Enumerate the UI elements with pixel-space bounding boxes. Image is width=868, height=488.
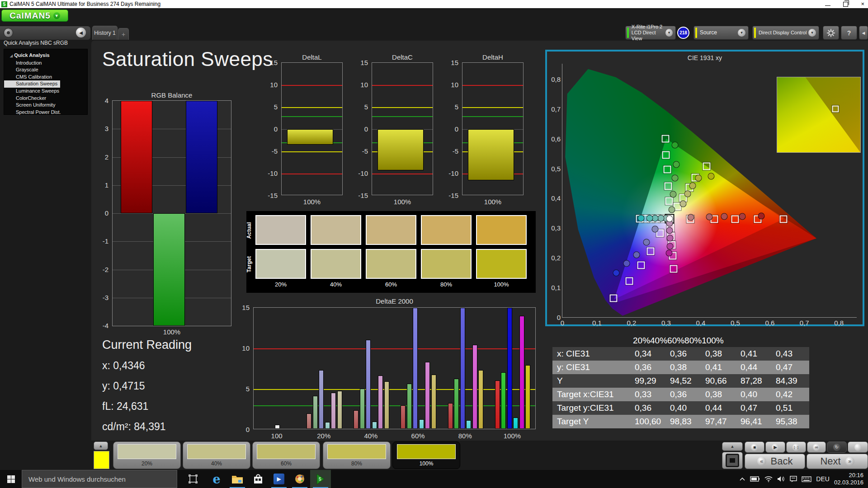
cie-xtick: 0	[561, 319, 564, 327]
measured-marker-blue	[613, 269, 620, 276]
sidebar-collapse-icon[interactable]: ◀	[76, 28, 86, 38]
sidebar-item-spectral-power-dist-[interactable]: Spectral Power Dist.	[4, 109, 87, 116]
pattern-button-20%[interactable]: 20%	[113, 441, 181, 469]
taskbar-store-button[interactable]	[248, 470, 269, 488]
cie-xtick: 0,2	[627, 319, 637, 327]
display-control-dropdown[interactable]: Direct Display Control ▼	[752, 26, 819, 40]
blank-button[interactable]	[848, 441, 868, 453]
table-cell: 0,36	[668, 389, 703, 399]
settings-button[interactable]	[823, 26, 839, 40]
rgb-ytick: -1	[90, 237, 108, 245]
taskbar-media-button[interactable]: ▶	[269, 470, 289, 488]
pattern-window-expand-button[interactable]: ▲	[722, 442, 743, 451]
sidebar-item-introduction[interactable]: Introduction	[4, 60, 87, 67]
language-indicator[interactable]: DEU	[816, 475, 830, 483]
play-button[interactable]: ▶	[765, 441, 785, 453]
swatch-col-label: 80%	[440, 281, 452, 288]
measure-series-button[interactable]: [··]	[786, 441, 806, 453]
swatch-col-label: 40%	[330, 281, 342, 288]
pattern-button-60%[interactable]: 60%	[252, 441, 320, 469]
deltae-bar	[337, 391, 342, 429]
sidebar-item-saturation-sweeps[interactable]: Saturation Sweeps	[4, 80, 60, 88]
continuous-measure-button[interactable]: ∞	[807, 441, 826, 453]
tray-chevron-icon[interactable]	[739, 477, 745, 481]
taskbar-edge-button[interactable]: e	[206, 470, 227, 488]
target-marker-blue	[647, 247, 655, 255]
delta-title-deltac: DeltaC	[372, 53, 433, 61]
pattern-collapse-button[interactable]: ▲	[94, 441, 108, 450]
help-button[interactable]: ?	[841, 26, 857, 40]
pattern-button-40%[interactable]: 40%	[183, 441, 250, 469]
rgb-ytick: 3	[90, 125, 108, 132]
clock[interactable]: 20:16 02.03.2016	[834, 472, 863, 486]
cie-x-axis	[562, 317, 857, 318]
pattern-button-100%[interactable]: 100%	[392, 441, 460, 469]
pattern-button-80%[interactable]: 80%	[323, 441, 391, 469]
sidebar-item-cms-calibration[interactable]: CMS Calibration	[4, 74, 87, 81]
cie-xtick: 0,8	[834, 319, 844, 327]
chevron-down-icon: ▼	[665, 29, 673, 37]
target-swatch-40%	[311, 249, 361, 279]
deltae-bar	[431, 375, 436, 429]
rgb-ytick: -3	[90, 293, 108, 301]
panel-collapse-button[interactable]: ◀	[859, 26, 868, 40]
delta-ytick: 0	[350, 125, 368, 133]
back-label: Back	[771, 455, 793, 467]
meter-dropdown[interactable]: X-Rite i1Pro 2 LCD Direct View ▼	[625, 26, 676, 40]
deltae-bar	[360, 389, 365, 429]
record-button[interactable]	[4, 28, 13, 38]
cie-ytick: 0,6	[542, 135, 561, 142]
deltae-xlabel: 100	[271, 432, 283, 440]
clock-date: 02.03.2016	[834, 479, 863, 486]
back-button[interactable]: « Back	[745, 454, 805, 469]
table-cell: 0,41	[703, 362, 739, 372]
measured-marker-cyan	[646, 215, 653, 222]
deltae-xlabel: 60%	[411, 432, 425, 440]
measured-marker-yellow	[708, 173, 714, 179]
cie-xtick: 0,4	[696, 319, 705, 327]
next-button[interactable]: Next »	[807, 454, 868, 469]
table-cell: 0,33	[633, 389, 668, 399]
window-title: CalMAN 5 CalMAN Ultimate for Business 27…	[9, 1, 160, 7]
sidebar-item-screen-uniformity[interactable]: Screen Uniformity	[4, 102, 87, 109]
pattern-window-button[interactable]	[722, 452, 743, 469]
inset-target-marker	[832, 105, 839, 112]
store-bag-icon	[253, 474, 263, 484]
tab-add[interactable]: +	[118, 28, 129, 40]
minimize-icon[interactable]	[825, 3, 830, 6]
measured-marker-blue	[651, 225, 658, 232]
speaker-icon[interactable]	[777, 476, 785, 482]
meter-count-badge[interactable]: 218	[677, 27, 689, 39]
sidebar-item-quick-analysis[interactable]: ◢Quick Analysis	[4, 52, 87, 60]
refresh-button[interactable]: ↻	[827, 441, 847, 453]
source-dropdown[interactable]: Source ▼	[693, 26, 749, 40]
sidebar-item-grayscale[interactable]: Grayscale	[4, 66, 87, 74]
action-center-icon[interactable]	[790, 476, 797, 482]
measured-marker-magenta	[666, 235, 673, 242]
wifi-icon[interactable]	[764, 476, 773, 482]
chevron-down-icon: ▼	[808, 29, 816, 37]
close-icon[interactable]: ×	[861, 0, 864, 8]
sidebar-item-luminance-sweeps[interactable]: Luminance Sweeps	[4, 88, 87, 95]
battery-icon[interactable]	[750, 476, 760, 482]
rgb-balance-title: RGB Balance	[112, 91, 231, 99]
touch-keyboard-icon[interactable]	[802, 476, 811, 482]
taskbar-paint-button[interactable]	[289, 470, 310, 488]
limit-line-green	[282, 116, 342, 117]
sidebar-item-colorchecker[interactable]: ColorChecker	[4, 95, 87, 102]
calman-logo-menu[interactable]: CalMAN5 ▼	[1, 9, 68, 22]
taskbar-explorer-button[interactable]	[227, 470, 248, 488]
task-view-button[interactable]	[183, 470, 203, 488]
restore-icon[interactable]	[843, 2, 848, 7]
stop-button[interactable]: ■	[745, 441, 764, 453]
start-button[interactable]	[0, 470, 22, 488]
chevron-left-icon: ◀	[862, 31, 865, 35]
taskbar-calman-button[interactable]: 5	[310, 470, 331, 488]
taskbar-search-input[interactable]: Web und Windows durchsuchen	[22, 470, 177, 488]
measured-marker-red	[721, 213, 727, 220]
deltae-bar	[366, 340, 371, 429]
refresh-icon: ↻	[835, 445, 839, 450]
tab-history-1[interactable]: History 1	[92, 26, 118, 40]
pattern-button-label: 80%	[323, 460, 390, 467]
table-cell: 0,36	[633, 362, 668, 372]
